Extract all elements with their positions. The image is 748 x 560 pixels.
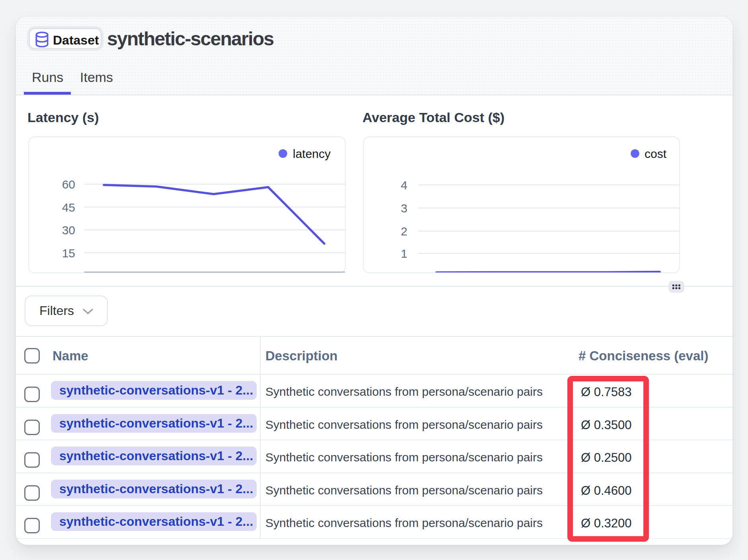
svg-text:3: 3	[401, 202, 407, 215]
svg-text:2: 2	[401, 225, 407, 238]
svg-text:30: 30	[62, 224, 75, 237]
svg-text:15: 15	[62, 247, 75, 260]
svg-text:60: 60	[62, 178, 75, 191]
svg-text:latency: latency	[293, 147, 331, 160]
svg-text:4: 4	[401, 179, 407, 192]
svg-text:1: 1	[401, 247, 407, 260]
svg-text:45: 45	[62, 201, 75, 214]
svg-text:cost: cost	[645, 147, 667, 160]
